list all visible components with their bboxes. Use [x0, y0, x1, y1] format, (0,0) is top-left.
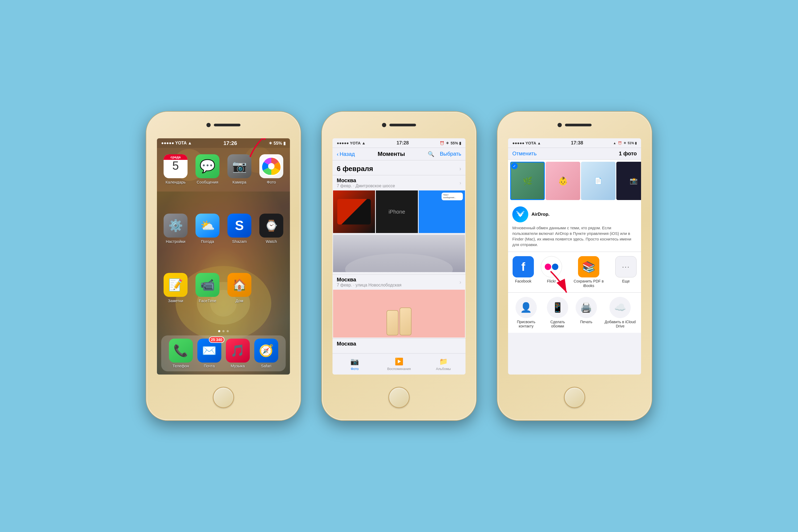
contact-label: Присвоить контакту: [511, 320, 541, 329]
flickr-label: Flickr: [547, 279, 556, 284]
util-wallpaper[interactable]: 📱 Сделать обоями: [545, 297, 570, 329]
share-ibooks[interactable]: 📚 Сохранить PDF в iBooks: [568, 256, 610, 288]
tab-memories[interactable]: ▶️ Воспоминания: [377, 355, 421, 373]
dock-mail[interactable]: ✉️ 25 340 Почта: [197, 339, 221, 368]
app-photos[interactable]: Фото: [258, 154, 285, 208]
date-chevron: ›: [459, 166, 461, 172]
iphone-3: ●●●●● YOTA ▲ 17:38 ▲ ⏰ ✶ 51% ▮ Отменить …: [497, 112, 652, 420]
camera-icon: 📷: [232, 159, 247, 173]
photo-cell-pink[interactable]: [333, 290, 465, 338]
util-icloud[interactable]: ☁️ Добавить в iCloud Drive: [603, 297, 638, 329]
location-3-icon: ▲: [613, 141, 616, 145]
phone-icon: 📞: [173, 344, 188, 358]
facebook-label: Facebook: [515, 279, 531, 284]
detail-2: 7 февр. · улица Новослободская: [337, 283, 401, 288]
safari-icon: 🧭: [259, 344, 273, 358]
status-right-1: ✶ 55% ▮: [269, 141, 286, 146]
notes-icon: 📝: [168, 278, 183, 292]
share-count-3: 1 фото: [619, 151, 637, 157]
nav-actions-2: 🔍 Выбрать: [428, 151, 461, 157]
app-messages[interactable]: 💬 Сообщения: [194, 154, 221, 208]
airdrop-text-container: AirDrop.: [531, 212, 637, 217]
time-3: 17:38: [571, 140, 583, 146]
iphone-top-2: [322, 112, 476, 138]
cancel-button-3[interactable]: Отменить: [512, 151, 536, 157]
strip-photo-4[interactable]: 📸: [616, 162, 641, 200]
carrier-3: ●●●●● YOTA: [512, 141, 536, 145]
screen-2: ●●●●● YOTA ▲ 17:28 ⏰ ✶ 55% ▮ ‹ Назад Мом…: [332, 138, 466, 375]
mail-icon: ✉️: [202, 344, 216, 358]
app-messages-label: Сообщения: [196, 180, 218, 184]
page-dot-1: [218, 330, 220, 332]
share-more[interactable]: ··· Еще: [614, 256, 638, 288]
app-home-label: Дом: [236, 299, 243, 303]
app-weather[interactable]: ⛅ Погода: [194, 214, 221, 268]
dock: 📞 Телефон ✉️ 25 340 Почта 🎵: [161, 336, 286, 371]
select-button-2[interactable]: Выбрать: [440, 151, 461, 157]
app-notes[interactable]: 📝 Заметки: [162, 273, 189, 327]
photo-row-1: iPhone Текст сообщения...: [332, 190, 466, 233]
tab-photos[interactable]: 📷 Фото: [332, 355, 377, 373]
tab-albums[interactable]: 📁 Альбомы: [421, 355, 466, 373]
location-2[interactable]: Москва 7 февр. · улица Новослободская ›: [332, 274, 466, 339]
tab-memories-label: Воспоминания: [387, 367, 411, 371]
airdrop-section: AirDrop. Мгновенный обмен данными с теми…: [508, 202, 641, 252]
flickr-icon: [541, 256, 562, 278]
app-watch[interactable]: ⌚ Watch: [258, 214, 285, 268]
app-facetime[interactable]: 📹 FaceTime: [194, 273, 221, 327]
dock-safari[interactable]: 🧭 Safari: [254, 339, 278, 368]
home-button-3[interactable]: [564, 387, 585, 408]
share-app: ●●●●● YOTA ▲ 17:38 ▲ ⏰ ✶ 51% ▮ Отменить …: [508, 138, 641, 375]
location-3[interactable]: Москва: [332, 339, 466, 349]
share-nav: Отменить 1 фото: [508, 148, 641, 159]
app-camera[interactable]: 📷 Камера: [226, 154, 253, 208]
carrier-text-1: ●●●●● YOTA: [161, 141, 187, 146]
photo-cell-1[interactable]: [333, 190, 375, 233]
share-flickr[interactable]: Flickr: [539, 256, 564, 288]
search-button-2[interactable]: 🔍: [428, 151, 434, 157]
app-notes-label: Заметки: [168, 299, 183, 303]
photo-cell-3[interactable]: Текст сообщения...: [419, 190, 465, 233]
location-1[interactable]: Москва 7 февр. · Дмитровское шоссе ›: [332, 175, 466, 234]
share-facebook[interactable]: f Facebook: [511, 256, 535, 288]
iphone-bottom-1: [213, 375, 234, 420]
bt-icon-1: ✶: [269, 141, 272, 146]
util-print[interactable]: 🖨️ Печать: [574, 297, 598, 329]
speaker-1: [214, 124, 241, 126]
app-settings-label: Настройки: [166, 239, 185, 244]
photo-cell-2[interactable]: iPhone: [376, 190, 418, 233]
status-right-3: ▲ ⏰ ✶ 51% ▮: [613, 141, 637, 145]
nav-bar-2: ‹ Назад Моменты 🔍 Выбрать: [332, 148, 466, 160]
app-home-app[interactable]: 🏠 Дом: [226, 273, 253, 327]
app-shazam[interactable]: S Shazam: [226, 214, 253, 268]
back-chevron-2: ‹: [337, 151, 339, 157]
strip-photo-1[interactable]: ✓ 🌿: [510, 162, 545, 200]
dock-safari-label: Safari: [261, 364, 271, 368]
home-button-1[interactable]: [213, 387, 234, 408]
app-calendar[interactable]: среда 5 Календарь: [162, 154, 189, 208]
iphones-photo: [333, 290, 465, 338]
wallpaper-label: Сделать обоями: [545, 320, 570, 329]
strip-photo-3[interactable]: 📄: [581, 162, 615, 200]
app-settings[interactable]: ⚙️ Настройки: [162, 214, 189, 268]
page-dot-3: [227, 330, 229, 332]
msg-bubble: Текст сообщения...: [441, 193, 463, 200]
photos-tab-bar: 📷 Фото ▶️ Воспоминания 📁 Альбомы: [332, 353, 466, 375]
home-button-2[interactable]: [388, 387, 410, 408]
home-content: ●●●●● YOTA ▲ 17:26 ✶ 55% ▮ среда: [157, 138, 290, 375]
app-watch-label: Watch: [266, 239, 277, 244]
dock-phone-label: Телефон: [172, 364, 189, 368]
page-dots: [157, 327, 290, 336]
util-contact[interactable]: 👤 Присвоить контакту: [511, 297, 541, 329]
dock-music[interactable]: 🎵 Музыка: [226, 339, 250, 368]
more-icon: ···: [615, 256, 636, 278]
snow-photo[interactable]: [333, 235, 465, 272]
city-3: Москва: [337, 341, 356, 347]
messages-icon: 💬: [200, 159, 215, 174]
back-button-2[interactable]: ‹ Назад: [337, 151, 355, 157]
dock-phone[interactable]: 📞 Телефон: [169, 339, 193, 368]
back-label-2: Назад: [340, 151, 355, 157]
strip-photo-2[interactable]: 👶: [546, 162, 580, 200]
mini-iphone-1: [386, 310, 398, 336]
tab-photos-label: Фото: [350, 367, 359, 371]
